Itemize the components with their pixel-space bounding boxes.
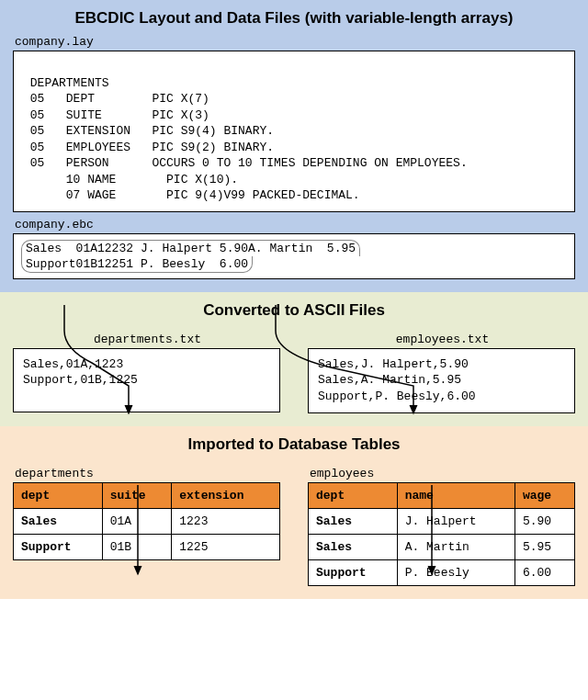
layout-file-box: DEPARTMENTS 05 DEPT PIC X(7) 05 SUITE PI… xyxy=(13,51,575,212)
section2-title: Converted to ASCII Files xyxy=(13,301,575,320)
db-left-name: departments xyxy=(15,467,280,480)
ascii-right-box: Sales,J. Halpert,5.90 Sales,A. Martin,5.… xyxy=(308,348,575,413)
table-row: Sales J. Halpert 5.90 xyxy=(309,508,575,534)
section-ebcdic: EBCDIC Layout and Data Files (with varia… xyxy=(0,0,588,292)
ebc-row0-left: Sales 01A12232 xyxy=(21,240,137,256)
db-right-name: employees xyxy=(310,467,575,480)
th-wage: wage xyxy=(514,482,574,508)
section-ascii: Converted to ASCII Files departments.txt… xyxy=(0,292,588,426)
section3-title: Imported to Database Tables xyxy=(13,435,575,454)
th-extension: extension xyxy=(172,482,280,508)
th-name: name xyxy=(397,482,514,508)
th-dept: dept xyxy=(14,482,103,508)
table-row: Support P. Beesly 6.00 xyxy=(309,559,575,585)
ebc-row1-right: P. Beesly 6.00 xyxy=(137,256,253,273)
section-db: Imported to Database Tables departments … xyxy=(0,426,588,599)
table-row: Support 01B 1225 xyxy=(14,534,280,559)
ascii-right-filename: employees.txt xyxy=(310,333,575,346)
layout-filename: company.lay xyxy=(15,35,575,49)
db-table-employees: dept name wage Sales J. Halpert 5.90 Sal… xyxy=(308,482,575,586)
th-dept2: dept xyxy=(309,482,398,508)
ascii-left-filename: departments.txt xyxy=(15,333,280,346)
ebc-file-box: Sales 01A12232 J. Halpert 5.90A. Martin … xyxy=(13,233,575,279)
section1-title: EBCDIC Layout and Data Files (with varia… xyxy=(13,9,575,28)
table-row: Sales A. Martin 5.95 xyxy=(309,534,575,559)
table-header-row: dept name wage xyxy=(309,482,575,508)
db-table-departments: dept suite extension Sales 01A 1223 Supp… xyxy=(13,482,280,560)
th-suite: suite xyxy=(102,482,172,508)
ebc-row1-left: Support01B12251 xyxy=(21,256,137,273)
table-header-row: dept suite extension xyxy=(14,482,280,508)
ascii-left-box: Sales,01A,1223 Support,01B,1225 xyxy=(13,348,280,412)
table-row: Sales 01A 1223 xyxy=(14,508,280,534)
ebc-filename: company.ebc xyxy=(15,218,575,231)
ebc-row0-right: J. Halpert 5.90A. Martin 5.95 xyxy=(137,240,360,256)
